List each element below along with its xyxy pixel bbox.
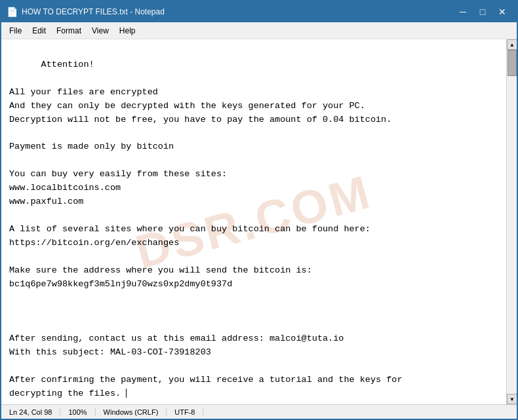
menu-format[interactable]: Format [51, 25, 87, 37]
minimize-button[interactable]: ─ [454, 5, 472, 19]
scroll-thumb[interactable] [508, 50, 517, 76]
zoom-level: 100% [60, 408, 95, 416]
text-cursor [126, 389, 127, 398]
window-controls: ─ □ ✕ [454, 5, 511, 19]
encoding: UTF-8 [167, 408, 203, 416]
notepad-window: 📄 HOW TO DECRYPT FILES.txt - Notepad ─ □… [0, 0, 518, 420]
menu-view[interactable]: View [87, 25, 114, 37]
editor-area: Attention! All your files are encrypted … [1, 39, 517, 404]
maximize-button[interactable]: □ [473, 5, 492, 19]
scroll-down-button[interactable]: ▼ [507, 394, 517, 404]
title-bar: 📄 HOW TO DECRYPT FILES.txt - Notepad ─ □… [1, 1, 517, 22]
window-icon: 📄 [7, 7, 18, 18]
menu-help[interactable]: Help [114, 25, 141, 37]
menu-edit[interactable]: Edit [27, 25, 51, 37]
vertical-scrollbar[interactable]: ▲ ▼ [506, 39, 517, 404]
scroll-track [507, 50, 517, 394]
menu-bar: File Edit Format View Help [1, 22, 517, 39]
menu-file[interactable]: File [4, 25, 27, 37]
line-ending: Windows (CRLF) [96, 408, 167, 416]
scroll-up-button[interactable]: ▲ [507, 39, 517, 50]
status-bar: Ln 24, Col 98 100% Windows (CRLF) UTF-8 [1, 404, 517, 419]
cursor-position: Ln 24, Col 98 [7, 408, 60, 416]
close-button[interactable]: ✕ [493, 5, 511, 19]
text-editor[interactable]: Attention! All your files are encrypted … [1, 39, 506, 404]
window-title: HOW TO DECRYPT FILES.txt - Notepad [22, 7, 454, 16]
